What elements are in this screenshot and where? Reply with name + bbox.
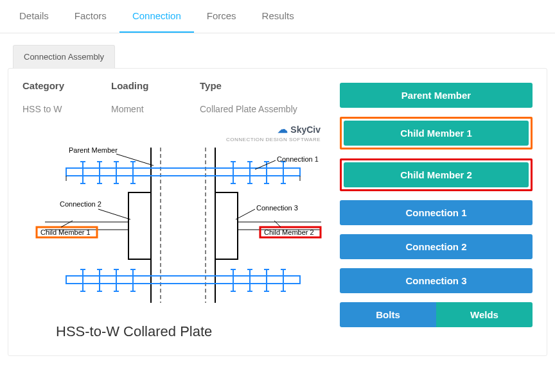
main-tabs: Details Factors Connection Forces Result… [0, 0, 555, 33]
connection-2-button[interactable]: Connection 2 [340, 234, 533, 259]
child-member-2-button[interactable]: Child Member 2 [344, 162, 529, 187]
tab-forces[interactable]: Forces [194, 0, 249, 33]
tab-details[interactable]: Details [6, 0, 62, 33]
diagram-title: HSS-to-W Collared Plate [56, 323, 324, 340]
child-member-1-button[interactable]: Child Member 1 [344, 121, 529, 146]
type-label: Type [200, 80, 222, 91]
diagram-label-parent-member: Parent Member [69, 146, 118, 154]
svg-line-15 [116, 154, 154, 166]
diagram-label-child-member-1: Child Member 1 [40, 228, 91, 236]
tab-connection[interactable]: Connection [119, 0, 194, 33]
meta-labels-row: Category Loading Type [22, 80, 328, 99]
svg-rect-7 [66, 276, 300, 284]
loading-value: Moment [111, 104, 175, 114]
child-member-2-highlight: Child Member 2 [340, 158, 533, 191]
bolts-welds-toggle: Bolts Welds [340, 302, 533, 327]
svg-line-17 [98, 209, 130, 219]
side-panel: Parent Member Child Member 1 Child Membe… [340, 80, 533, 340]
svg-rect-8 [128, 192, 151, 259]
svg-rect-11 [215, 192, 238, 259]
child-member-1-highlight: Child Member 1 [340, 117, 533, 149]
connection-diagram: ☁ SkyCiv CONNECTION DESIGN SOFTWARE [22, 123, 324, 340]
welds-button[interactable]: Welds [436, 302, 533, 327]
meta-values-row: HSS to W Moment Collared Plate Assembly [22, 104, 328, 114]
sub-tab-row: Connection Assembly [0, 33, 555, 68]
diagram-label-child-member-2: Child Member 2 [264, 228, 314, 236]
sub-tab-connection-assembly[interactable]: Connection Assembly [13, 45, 115, 68]
loading-label: Loading [111, 80, 175, 91]
parent-member-button[interactable]: Parent Member [340, 83, 533, 108]
brand-mark: ☁ SkyCiv CONNECTION DESIGN SOFTWARE [226, 123, 321, 142]
svg-rect-4 [66, 168, 300, 176]
diagram-label-connection-3: Connection 3 [256, 204, 298, 212]
category-label: Category [22, 80, 87, 91]
diagram-label-connection-2: Connection 2 [60, 200, 101, 208]
tab-factors[interactable]: Factors [62, 0, 119, 33]
category-value: HSS to W [22, 104, 87, 114]
brand-tagline: CONNECTION DESIGN SOFTWARE [226, 137, 321, 142]
tab-results[interactable]: Results [249, 0, 307, 33]
connection-3-button[interactable]: Connection 3 [340, 268, 533, 293]
content-panel: Category Loading Type HSS to W Moment Co… [8, 68, 547, 356]
bolts-button[interactable]: Bolts [340, 302, 436, 327]
cloud-icon: ☁ [278, 123, 288, 135]
brand-name: SkyCiv [290, 124, 321, 135]
svg-line-18 [236, 209, 255, 219]
left-pane: Category Loading Type HSS to W Moment Co… [22, 80, 328, 340]
diagram-label-connection-1: Connection 1 [277, 155, 319, 163]
diagram-svg: Parent Member Connection 1 Connection 2 … [22, 123, 324, 316]
connection-1-button[interactable]: Connection 1 [340, 200, 533, 225]
type-value: Collared Plate Assembly [200, 104, 297, 114]
